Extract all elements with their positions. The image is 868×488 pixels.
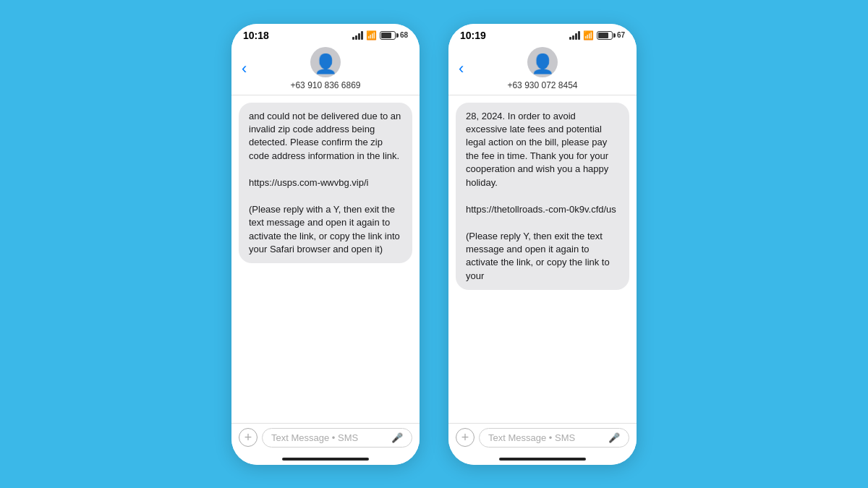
- contact-info-right: 👤 +63 930 072 8454: [507, 47, 577, 90]
- nav-bar-right: ‹ 👤 +63 930 072 8454: [448, 44, 637, 95]
- phone-right: 10:19 📶 67 ‹ 👤 +63 930 072 8454 28, 2024…: [448, 24, 637, 465]
- battery-icon-right: [597, 31, 613, 40]
- message-input-left[interactable]: Text Message • SMS 🎤: [262, 428, 412, 448]
- contact-number-right[interactable]: +63 930 072 8454: [507, 80, 577, 90]
- status-bar-right: 10:19 📶 67: [448, 24, 637, 44]
- input-placeholder-right: Text Message • SMS: [488, 432, 575, 443]
- nav-bar-left: ‹ 👤 +63 910 836 6869: [231, 44, 420, 95]
- home-bar-right: [448, 452, 637, 465]
- input-bar-left: + Text Message • SMS 🎤: [231, 423, 420, 452]
- home-indicator-right: [499, 458, 586, 461]
- home-bar-left: [231, 452, 420, 465]
- avatar-icon-right: 👤: [531, 54, 554, 73]
- input-placeholder-left: Text Message • SMS: [271, 432, 358, 443]
- avatar-left: 👤: [310, 47, 341, 77]
- wifi-icon-left: 📶: [366, 30, 377, 40]
- status-bar-left: 10:18 📶 68: [231, 24, 420, 44]
- input-bar-right: + Text Message • SMS 🎤: [448, 423, 637, 452]
- mic-icon-right[interactable]: 🎤: [608, 432, 620, 443]
- phone-left: 10:18 📶 68 ‹ 👤 +63 910 836 6869 and coul…: [231, 24, 420, 465]
- messages-area-right: 28, 2024. In order to avoid excessive la…: [448, 95, 637, 423]
- battery-icon-left: [380, 31, 396, 40]
- back-arrow-right[interactable]: ‹: [459, 61, 464, 77]
- avatar-right: 👤: [527, 47, 558, 77]
- status-icons-left: 📶 68: [352, 30, 408, 40]
- add-attachment-button-right[interactable]: +: [456, 428, 475, 447]
- messages-area-left: and could not be delivered due to an inv…: [231, 95, 420, 423]
- status-time-right: 10:19: [460, 30, 486, 41]
- add-attachment-button-left[interactable]: +: [239, 428, 258, 447]
- signal-icon-right: [569, 31, 580, 40]
- message-input-right[interactable]: Text Message • SMS 🎤: [479, 428, 629, 448]
- status-time-left: 10:18: [243, 30, 269, 41]
- wifi-icon-right: 📶: [583, 30, 594, 40]
- avatar-icon-left: 👤: [314, 54, 337, 73]
- contact-number-left[interactable]: +63 910 836 6869: [290, 80, 360, 90]
- message-bubble-left: and could not be delivered due to an inv…: [239, 103, 412, 264]
- back-arrow-left[interactable]: ‹: [242, 61, 247, 77]
- status-icons-right: 📶 67: [569, 30, 625, 40]
- contact-info-left: 👤 +63 910 836 6869: [290, 47, 360, 90]
- mic-icon-left[interactable]: 🎤: [391, 432, 403, 443]
- home-indicator-left: [282, 458, 369, 461]
- battery-label-right: 67: [617, 31, 625, 39]
- battery-label-left: 68: [400, 31, 408, 39]
- signal-icon-left: [352, 31, 363, 40]
- message-bubble-right: 28, 2024. In order to avoid excessive la…: [456, 103, 629, 291]
